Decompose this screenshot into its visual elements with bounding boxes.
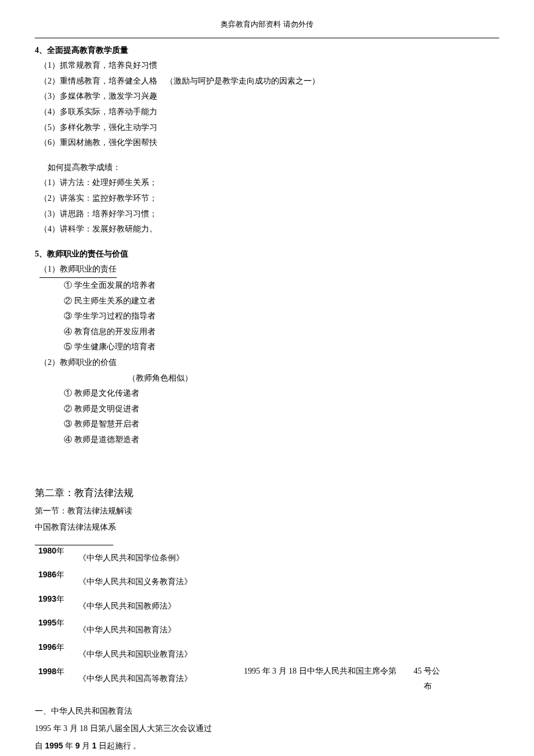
s5-r4: ④ 教育信息的开发应用者 — [64, 324, 499, 340]
s4-item-5: （5）多样化教学，强化主动学习 — [39, 120, 499, 136]
improve-1: （1）讲方法：处理好师生关系； — [39, 175, 499, 191]
year-1996: 1996 — [38, 642, 56, 652]
s4-item-2: （2）重情感教育，培养健全人格 （激励与呵护是教学走向成功的因素之一） — [39, 74, 499, 89]
section-5: 5、教师职业的责任与价值 （1）教师职业的责任 ① 学生全面发展的培养者 ② 民… — [35, 247, 499, 448]
year-list: 1980年 《中华人民共和国学位条例》 1986年 《中华人民共和国义务教育法》… — [35, 543, 499, 687]
side-num: 45 — [414, 667, 422, 675]
law-1995: 《中华人民共和国教育法》 — [78, 615, 499, 638]
s4-item-4: （4）多联系实际，培养动手能力 — [39, 104, 499, 120]
ch2-sec1: 第一节：教育法律法规解读 — [35, 504, 499, 519]
s4-i2-note: （激励与呵护是教学走向成功的因素之一） — [165, 74, 320, 89]
chapter-2: 第二章：教育法律法规 第一节：教育法律法规解读 中国教育法律法规体系 1980年… — [35, 484, 499, 687]
s5-r3: ③ 学生学习过程的指导者 — [64, 309, 499, 324]
improve-3: （3）讲思路：培养好学习习惯； — [39, 207, 499, 222]
year-row-1986: 1986年 《中华人民共和国义务教育法》 — [35, 567, 499, 590]
side-suffix1: 号公 — [424, 667, 440, 675]
s5-r1: ① 学生全面发展的培养者 — [64, 278, 499, 294]
sec1-line2: 自 1995 年 9 月 1 日起施行 。 — [35, 738, 499, 754]
top-divider — [35, 38, 499, 38]
s5-v3: ③ 教师是智慧开启者 — [64, 417, 499, 432]
side-suffix2: 布 — [424, 679, 476, 694]
s5-r2: ② 民主师生关系的建立者 — [64, 294, 499, 309]
year-row-1993: 1993年 《中华人民共和国教师法》 — [35, 591, 499, 614]
year-1993: 1993 — [38, 594, 56, 603]
improve-4: （4）讲科学：发展好教研能力。 — [39, 222, 499, 237]
law-1986: 《中华人民共和国义务教育法》 — [78, 567, 499, 590]
s5-resp-title: （1）教师职业的责任 — [39, 262, 499, 278]
s5-v2: ② 教师是文明促进者 — [64, 401, 499, 417]
year-1998: 1998 — [38, 667, 56, 676]
law-1980: 《中华人民共和国学位条例》 — [78, 543, 499, 566]
s5-val-note: （教师角色相似） — [128, 371, 499, 386]
s4-item-3: （3）多媒体教学，激发学习兴趣 — [39, 89, 499, 104]
s5-val-title-row: （2）教师职业的价值 — [39, 355, 499, 371]
s5-val-title: （2）教师职业的价值 — [39, 355, 117, 371]
s5-v4: ④ 教师是道德塑造者 — [64, 432, 499, 448]
s5-r5: ⑤ 学生健康心理的培育者 — [64, 339, 499, 355]
s4-item-1: （1）抓常规教育，培养良好习惯 — [39, 58, 499, 74]
improve-title: 如何提高教学成绩： — [48, 160, 499, 176]
s5-title: 5、教师职业的责任与价值 — [35, 247, 499, 262]
bottom-section: 一、中华人民共和国教育法 1995 年 3 月 18 日第八届全国人大第三次会议… — [35, 704, 499, 756]
s4-i2-text: （2）重情感教育，培养健全人格 — [39, 74, 157, 89]
s4-item-6: （6）重因材施教，强化学困帮扶 — [39, 135, 499, 151]
year-1995: 1995 — [38, 618, 56, 627]
year-row-1996: 1996年 《中华人民共和国职业教育法》 — [35, 639, 499, 663]
s5-v1: ① 教师是文化传递者 — [64, 386, 499, 401]
improve-section: 如何提高教学成绩： （1）讲方法：处理好师生关系； （2）讲落实：监控好教学环节… — [35, 160, 499, 237]
year-1986: 1986 — [38, 570, 56, 579]
side-annotation: 1995 年 3 月 18 日中华人民共和国主席令第 45 号公 布 — [244, 664, 476, 694]
side-prefix: 1995 年 3 月 18 日中华人民共和国主席令第 — [244, 664, 396, 679]
header-note: 奥弈教育内部资料 请勿外传 — [35, 17, 499, 32]
law-1996: 《中华人民共和国职业教育法》 — [78, 639, 499, 663]
improve-2: （2）讲落实：监控好教学环节； — [39, 191, 499, 207]
ch2-system: 中国教育法律法规体系 — [35, 520, 499, 536]
s4-title: 4、全面提高教育教学质量 — [35, 43, 499, 59]
year-row-1995: 1995年 《中华人民共和国教育法》 — [35, 615, 499, 638]
sec1-title: 一、中华人民共和国教育法 — [35, 704, 499, 719]
year-row-1980: 1980年 《中华人民共和国学位条例》 — [35, 543, 499, 566]
section-4: 4、全面提高教育教学质量 （1）抓常规教育，培养良好习惯 （2）重情感教育，培养… — [35, 43, 499, 151]
year-1980: 1980 — [38, 546, 56, 555]
sec1-line1: 1995 年 3 月 18 日第八届全国人大第三次会议通过 — [35, 721, 499, 737]
law-1993: 《中华人民共和国教师法》 — [78, 591, 499, 614]
ch2-title: 第二章：教育法律法规 — [35, 484, 499, 502]
